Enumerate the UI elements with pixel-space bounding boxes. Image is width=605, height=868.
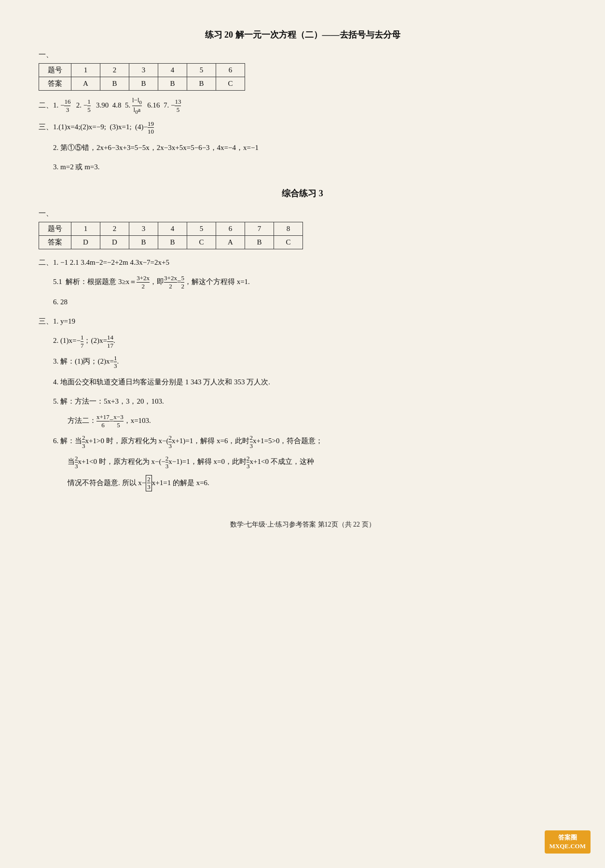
table2-header-5: 5 bbox=[187, 222, 216, 235]
table1-header-5: 5 bbox=[187, 64, 216, 77]
section6-5a: 5. 解：方法一：5x+3，3，20，103. bbox=[53, 394, 566, 408]
s2-2: 2. −15 bbox=[72, 101, 90, 109]
section6-6a: 6. 解：当23x+1>0 时，原方程化为 x−(23x+1)=1，解得 x=6… bbox=[53, 434, 566, 449]
table1-header-4: 4 bbox=[158, 64, 187, 77]
table1-header-1: 1 bbox=[71, 64, 100, 77]
table1-header-3: 3 bbox=[129, 64, 158, 77]
section6-2: 2. (1)x=−17；(2)x=1417. bbox=[53, 333, 566, 349]
s2-6: 6.16 7. −135 bbox=[144, 101, 181, 109]
section6-6b: 当23x+1<0 时，原方程化为 x−(−23x−1)=1，解得 x=0，此时2… bbox=[68, 454, 566, 470]
table1-row1-1: A bbox=[71, 77, 100, 91]
section6-6c: 情况不符合题意. 所以 x−23x+1=1 的解是 x=6. bbox=[68, 475, 566, 491]
table2-row1-5: C bbox=[187, 235, 216, 249]
table1-row1-4: B bbox=[158, 77, 187, 91]
table2-header-7: 7 bbox=[245, 222, 274, 235]
title2: 综合练习 3 bbox=[39, 188, 566, 199]
section6-3: 3. 解：(1)丙；(2)x=13. bbox=[53, 354, 566, 370]
table2-header-4: 4 bbox=[158, 222, 187, 235]
table1-row1-2: B bbox=[100, 77, 129, 91]
section3-1: 三、1.(1)x=4;(2)x=−9; (3)x=1; (4)−1910 bbox=[39, 120, 566, 136]
table1-row1-6: C bbox=[216, 77, 245, 91]
table1-row1-3: B bbox=[129, 77, 158, 91]
table1-header-2: 2 bbox=[100, 64, 129, 77]
s2-3: 3.90 4.8 5. l−l0l0a bbox=[92, 101, 141, 109]
page: 练习 20 解一元一次方程（二）——去括号与去分母 一、 题号 1 2 3 4 … bbox=[0, 0, 605, 868]
table2-row1-4: B bbox=[158, 235, 187, 249]
table1-header-0: 题号 bbox=[39, 64, 71, 77]
table2-row1-3: B bbox=[129, 235, 158, 249]
title1: 练习 20 解一元一次方程（二）——去括号与去分母 bbox=[39, 29, 566, 41]
section5-5: 5.1 解析：根据题意 3≥x＝3+2x2，即3+2x2=52，解这个方程得 x… bbox=[53, 274, 566, 290]
table2: 题号 1 2 3 4 5 6 7 8 答案 D D B B C A B C bbox=[39, 222, 303, 249]
table1-row1-5: B bbox=[187, 77, 216, 91]
table1: 题号 1 2 3 4 5 6 答案 A B B B B C bbox=[39, 63, 245, 91]
table2-row1-2: D bbox=[100, 235, 129, 249]
section5-answers: 二、1. −1 2.1 3.4m−2=−2+2m 4.3x−7=2x+5 bbox=[39, 255, 566, 270]
table2-header-2: 2 bbox=[100, 222, 129, 235]
s2-frac1: 163 bbox=[64, 101, 70, 109]
table2-row1-7: B bbox=[245, 235, 274, 249]
watermark: 答案圈 MXQE.COM bbox=[545, 830, 591, 854]
section2-answers: 二、1. −163 2. −15 3.90 4.8 5. l−l0l0a 6.1… bbox=[39, 96, 566, 115]
footer: 数学·七年级·上·练习参考答案 第12页（共 22 页） bbox=[39, 520, 566, 529]
table1-row1-0: 答案 bbox=[39, 77, 71, 91]
section2-label: 二、1. − bbox=[39, 101, 64, 109]
table2-row1-8: C bbox=[274, 235, 303, 249]
section1-label: 一、 bbox=[39, 50, 566, 59]
section3-3: 3. m=2 或 m=3. bbox=[53, 160, 566, 174]
section6-4: 4. 地面公交和轨道交通日均客运量分别是 1 343 万人次和 353 万人次. bbox=[53, 375, 566, 389]
table1-header-6: 6 bbox=[216, 64, 245, 77]
table2-header-0: 题号 bbox=[39, 222, 71, 235]
section5-6: 6. 28 bbox=[53, 295, 566, 309]
table2-row1-1: D bbox=[71, 235, 100, 249]
table2-row1-6: A bbox=[216, 235, 245, 249]
table2-header-3: 3 bbox=[129, 222, 158, 235]
table2-header-6: 6 bbox=[216, 222, 245, 235]
table2-header-8: 8 bbox=[274, 222, 303, 235]
table2-header-1: 1 bbox=[71, 222, 100, 235]
section6-5b: 方法二：x+176=x−35，x=103. bbox=[68, 413, 566, 429]
watermark-line1: 答案圈 bbox=[550, 833, 586, 842]
section3-2: 2. 第①⑤错，2x+6−3x+3=5−5x，2x−3x+5x=5−6−3，4x… bbox=[53, 140, 566, 155]
section4-label: 一、 bbox=[39, 209, 566, 218]
section6-1: 三、1. y=19 bbox=[39, 314, 566, 328]
table2-row1-0: 答案 bbox=[39, 235, 71, 249]
watermark-line2: MXQE.COM bbox=[550, 842, 586, 851]
